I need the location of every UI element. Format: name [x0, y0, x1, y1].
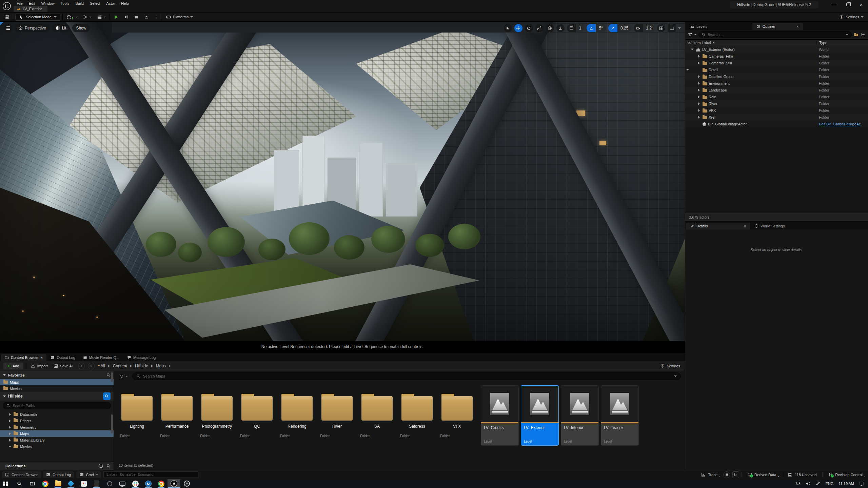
asset-tile-folder[interactable]: SA Folder [358, 385, 396, 438]
select-tool-button[interactable] [504, 24, 512, 32]
lit-mode-dropdown[interactable]: Lit [52, 24, 70, 32]
close-button[interactable]: × [854, 0, 868, 9]
asset-tile-folder[interactable]: Rendering Folder [278, 385, 316, 438]
outliner-row[interactable]: Detail Folder [685, 66, 868, 73]
surface-snapping-button[interactable] [556, 24, 565, 32]
epic-games-launcher[interactable] [90, 479, 103, 488]
blueprints-button[interactable] [81, 14, 93, 20]
level-viewport[interactable]: Perspective Lit Show [0, 22, 685, 352]
menu-item[interactable]: Actor [103, 1, 118, 5]
asset-tile-folder[interactable]: QC Folder [238, 385, 276, 438]
chevron-down-icon[interactable] [678, 27, 681, 29]
visibility-column-icon[interactable] [685, 41, 693, 45]
cinematics-button[interactable] [95, 14, 107, 20]
derived-data-button[interactable]: ✓ Derived Data [744, 471, 780, 478]
scrollbar[interactable] [111, 372, 113, 382]
chevron-icon[interactable] [8, 439, 12, 442]
output-log-button[interactable]: Output Log [43, 471, 74, 478]
type-column[interactable]: Type [816, 41, 868, 45]
menu-item[interactable]: Edit [26, 1, 38, 5]
console-command-box[interactable] [103, 471, 198, 478]
scrollbar[interactable] [111, 414, 113, 433]
viewport-options-button[interactable] [4, 24, 12, 32]
task-view-button[interactable] [26, 479, 39, 488]
outliner-row[interactable]: Xref Folder [685, 114, 868, 121]
app-store[interactable] [77, 479, 90, 488]
outliner-row[interactable]: BP_GlobalFoliageActor Edit BP_GlobalFoli… [685, 121, 868, 127]
expand-chevron-icon[interactable] [697, 116, 701, 119]
content-drawer-button[interactable]: Content Drawer [2, 471, 41, 478]
camera-speed-value[interactable]: 1.2 [643, 24, 655, 32]
frame-skip-button[interactable] [122, 14, 131, 20]
scale-snap-value[interactable]: 0.25 [617, 24, 631, 32]
folder-tree-item[interactable]: MaterialLibrary [0, 437, 114, 443]
revision-control-button[interactable]: ✓ Revision Control [825, 471, 866, 478]
tab-world-settings[interactable]: World Settings [750, 223, 789, 229]
chrome-profile[interactable] [155, 479, 167, 488]
outliner-row[interactable]: VFX Folder [685, 107, 868, 114]
add-button[interactable]: Add [3, 363, 23, 369]
camera-speed-icon[interactable] [634, 24, 643, 32]
asset-tile-folder[interactable]: Lighting Folder [118, 385, 156, 438]
outliner-settings-icon[interactable] [861, 32, 865, 37]
chevron-icon[interactable] [8, 420, 12, 422]
quad-view-button[interactable] [657, 24, 665, 32]
rotation-snap-control[interactable]: 5° [587, 24, 606, 32]
play-button[interactable] [112, 14, 120, 20]
forward-button[interactable]: › [88, 363, 95, 369]
close-icon[interactable]: × [744, 224, 746, 228]
asset-search-box[interactable] [132, 372, 681, 380]
close-icon[interactable]: × [796, 24, 798, 28]
asset-tile-folder[interactable]: River Folder [318, 385, 356, 438]
expand-chevron-icon[interactable] [697, 82, 701, 85]
asset-tile-folder[interactable]: VFX Folder [438, 385, 476, 438]
menu-item[interactable]: Build [73, 1, 87, 5]
import-button[interactable]: Import [29, 363, 49, 369]
save-button[interactable] [3, 14, 11, 20]
save-all-button[interactable]: Save All [52, 363, 75, 369]
language-indicator[interactable]: ENG [825, 482, 833, 486]
collections-header[interactable]: Collections [0, 462, 114, 470]
folder-tree-item[interactable]: Movies [0, 443, 114, 450]
tab-details[interactable]: Details × [686, 223, 750, 229]
breadcrumb-item[interactable]: Content [113, 364, 127, 368]
back-button[interactable]: ‹ [78, 363, 85, 369]
snapshot-button[interactable] [732, 471, 739, 478]
tab-message-log[interactable]: Message Log [123, 354, 159, 361]
play-options-button[interactable]: ⋮ [153, 15, 160, 20]
tab-outliner[interactable]: Outliner × [752, 23, 803, 30]
quixel-bridge[interactable] [64, 479, 77, 488]
breadcrumb-item[interactable]: All [101, 364, 105, 368]
asset-search-input[interactable] [143, 374, 671, 378]
create-folder-icon[interactable] [854, 32, 859, 37]
asset-tile-folder[interactable]: Photogrammetry Folder [198, 385, 236, 438]
display-app[interactable] [116, 479, 129, 488]
minimize-button[interactable]: — [827, 0, 841, 9]
unsaved-button[interactable]: 118 Unsaved [785, 471, 820, 478]
folder-tree-item[interactable]: Effects [0, 418, 114, 424]
menu-item[interactable]: Tools [58, 1, 73, 5]
scale-tool-button[interactable] [535, 24, 544, 32]
unreal-launcher[interactable] [142, 479, 155, 488]
asset-tile-folder[interactable]: Setdress Folder [398, 385, 436, 438]
chevron-icon[interactable] [8, 432, 12, 435]
editor-mode-dropdown[interactable]: Selection Mode [15, 14, 60, 21]
outliner-row[interactable]: Cameras_Film Folder [685, 53, 868, 60]
favorites-item[interactable]: Movies [0, 385, 114, 392]
outliner-search-box[interactable] [698, 31, 852, 38]
obs-studio[interactable] [180, 479, 193, 488]
trace-button[interactable]: Trace [698, 471, 721, 478]
taskbar-search-button[interactable] [13, 479, 26, 488]
outliner-row[interactable]: LV_Exterior (Editor) World [685, 46, 868, 53]
menu-item[interactable]: File [14, 1, 26, 5]
menu-item[interactable]: Select [87, 1, 103, 5]
add-actor-button[interactable] [65, 14, 79, 20]
expand-chevron-icon[interactable] [697, 123, 701, 125]
asset-tile-level[interactable]: LV_Credits Level [481, 385, 519, 446]
chevron-icon[interactable] [8, 445, 12, 448]
rotation-snap-value[interactable]: 5° [596, 24, 606, 32]
search-icon[interactable] [106, 464, 111, 468]
unreal-logo-icon[interactable] [0, 0, 14, 12]
level-tab[interactable]: LV_Exterior [14, 6, 47, 12]
expand-chevron-icon[interactable] [697, 55, 701, 58]
